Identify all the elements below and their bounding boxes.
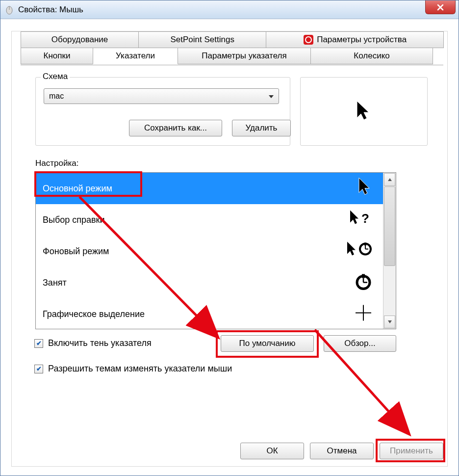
save-as-button[interactable]: Сохранить как...	[129, 120, 222, 136]
svg-rect-10	[362, 274, 365, 278]
list-item[interactable]: Выбор справки ?	[36, 204, 383, 236]
titlebar: Свойства: Мышь	[0, 0, 459, 19]
check-icon: ✔	[36, 340, 42, 347]
scroll-track[interactable]	[383, 186, 396, 315]
settings-label: Настройка:	[35, 159, 78, 168]
cursor-help-icon: ?	[349, 209, 373, 231]
checkbox[interactable]: ✔	[34, 365, 43, 373]
chevron-down-icon	[387, 320, 392, 324]
tab-pointers[interactable]: Указатели	[93, 48, 178, 64]
scheme-legend: Схема	[41, 72, 70, 81]
default-button[interactable]: По умолчанию	[221, 335, 314, 352]
check-icon: ✔	[36, 365, 42, 372]
list-items: Основной режим Выбор справки ? Фоновый р…	[36, 173, 383, 329]
cursor-arrow-icon	[354, 99, 374, 124]
scroll-down-button[interactable]	[384, 316, 395, 328]
cursor-working-icon	[346, 240, 373, 263]
scroll-up-button[interactable]	[384, 173, 395, 186]
cursor-listbox[interactable]: Основной режим Выбор справки ? Фоновый р…	[35, 172, 396, 329]
cancel-button[interactable]: Отмена	[310, 443, 374, 459]
tab-device-params[interactable]: Параметры устройства	[266, 31, 444, 48]
mouse-icon	[4, 5, 14, 15]
cursor-normal-icon	[357, 177, 373, 201]
dialog-buttons: ОК Отмена Применить	[240, 443, 443, 459]
browse-button[interactable]: Обзор...	[324, 335, 396, 352]
svg-text:?: ?	[361, 211, 369, 226]
checkbox-row-shadow[interactable]: ✔ Включить тень указателя	[34, 338, 152, 348]
cursor-busy-icon	[354, 272, 373, 294]
close-icon	[437, 4, 444, 11]
checkbox-label: Включить тень указателя	[48, 338, 152, 348]
tab-wheel[interactable]: Колесико	[310, 48, 433, 64]
checkbox-label: Разрешить темам изменять указатели мыши	[48, 364, 232, 374]
svg-rect-6	[364, 243, 366, 246]
scheme-combobox[interactable]: mac	[44, 88, 279, 104]
tabs-row-1: Оборудование SetPoint Settings Параметры…	[21, 31, 443, 48]
tab-pointer-options[interactable]: Параметры указателя	[178, 48, 311, 64]
cursor-precision-icon	[354, 303, 373, 325]
logitech-icon	[303, 34, 314, 45]
list-item[interactable]: Графическое выделение	[36, 298, 383, 329]
scheme-fieldset: Схема mac Сохранить как... Удалить	[35, 77, 290, 146]
apply-button[interactable]: Применить	[380, 443, 443, 459]
tabs-row-2: Кнопки Указатели Параметры указателя Кол…	[21, 48, 443, 64]
scroll-thumb[interactable]	[384, 186, 395, 266]
scheme-value: mac	[49, 92, 64, 101]
tab-hardware[interactable]: Оборудование	[21, 31, 139, 48]
window-title: Свойства: Мышь	[18, 5, 83, 15]
close-button[interactable]	[425, 0, 456, 14]
chevron-up-icon	[387, 178, 392, 182]
list-item[interactable]: Занят	[36, 267, 383, 298]
tab-buttons[interactable]: Кнопки	[21, 48, 93, 64]
ok-button[interactable]: ОК	[240, 443, 304, 459]
checkbox[interactable]: ✔	[34, 339, 43, 348]
checkbox-row-themes[interactable]: ✔ Разрешить темам изменять указатели мыш…	[34, 364, 232, 374]
window-frame: Свойства: Мышь Оборудование SetPoint Set…	[0, 0, 459, 476]
tab-setpoint[interactable]: SetPoint Settings	[138, 31, 266, 48]
list-item[interactable]: Основной режим	[36, 173, 383, 204]
list-item[interactable]: Фоновый режим	[36, 236, 383, 267]
delete-button[interactable]: Удалить	[232, 120, 291, 136]
tab-body: Схема mac Сохранить как... Удалить Настр…	[21, 65, 443, 466]
cursor-preview	[300, 77, 428, 146]
chevron-down-icon	[268, 93, 275, 100]
scrollbar[interactable]	[383, 173, 396, 329]
dialog-content: Оборудование SetPoint Settings Параметры…	[11, 31, 448, 467]
